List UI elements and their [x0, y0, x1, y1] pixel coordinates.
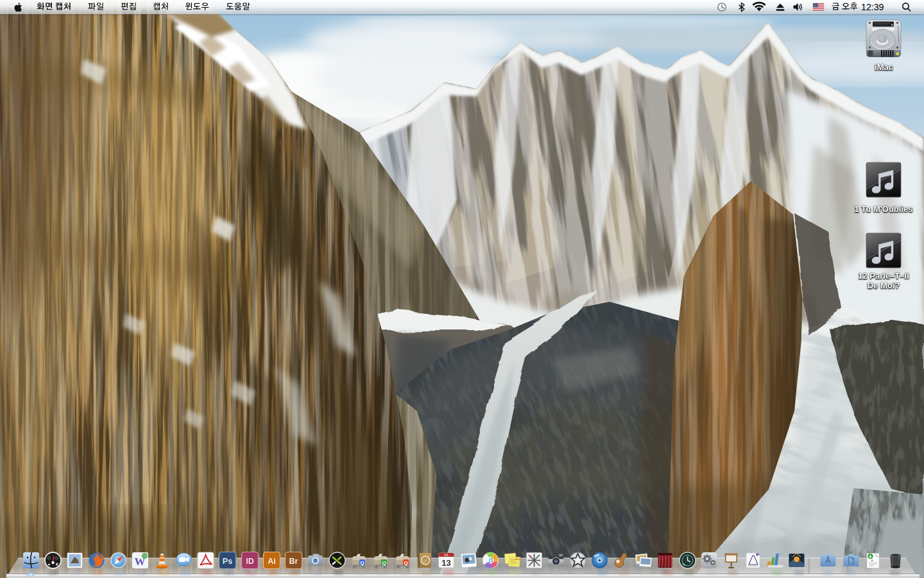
svg-text:ID: ID	[246, 557, 254, 566]
svg-text:@: @	[423, 557, 428, 564]
svg-text:Q: Q	[382, 560, 386, 566]
svg-text:Fujia: Fujia	[515, 558, 520, 561]
svg-text:Q: Q	[360, 560, 364, 566]
svg-text:Ai: Ai	[268, 557, 276, 566]
svg-text:13: 13	[442, 558, 451, 568]
svg-text:JUL: JUL	[444, 554, 449, 557]
svg-text:12:39: 12:39	[861, 2, 884, 12]
svg-text:Q: Q	[404, 560, 408, 566]
svg-text:Ps: Ps	[223, 557, 232, 566]
svg-text:Br: Br	[289, 557, 298, 566]
